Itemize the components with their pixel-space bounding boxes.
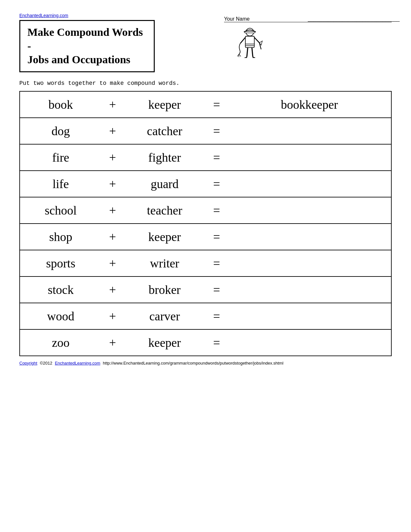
enchanted-learning-link[interactable]: EnchantedLearning.com <box>19 13 68 18</box>
svg-rect-1 <box>245 31 255 33</box>
page-header: EnchantedLearning.com Make Compound Word… <box>19 13 392 72</box>
answer-cell <box>228 250 391 276</box>
table-row: life+guard= <box>20 171 391 197</box>
answer-cell <box>228 276 391 303</box>
word1-cell: stock <box>20 276 102 303</box>
answer-cell <box>228 144 391 171</box>
plus-cell: + <box>102 224 124 250</box>
word1-cell: fire <box>20 144 102 171</box>
table-row: zoo+keeper= <box>20 329 391 356</box>
plus-cell: + <box>102 91 124 118</box>
table-row: book+keeper=bookkeeper <box>20 91 391 118</box>
table-row: sports+writer= <box>20 250 391 276</box>
footer-enchanted-link[interactable]: EnchantedLearning.com <box>55 361 100 366</box>
table-row: shop+keeper= <box>20 224 391 250</box>
equals-cell: = <box>205 224 228 250</box>
word1-cell: zoo <box>20 329 102 356</box>
instructions-text: Put two words together to make compound … <box>19 80 392 86</box>
answer-cell: bookkeeper <box>228 91 391 118</box>
word2-cell: guard <box>124 171 206 197</box>
footer: Copyright ©2012 EnchantedLearning.com ht… <box>19 361 392 366</box>
equals-cell: = <box>205 303 228 329</box>
equals-cell: = <box>205 197 228 224</box>
answer-cell <box>228 118 391 144</box>
word1-cell: wood <box>20 303 102 329</box>
word2-cell: keeper <box>124 329 206 356</box>
plus-cell: + <box>102 303 124 329</box>
equals-cell: = <box>205 91 228 118</box>
svg-line-7 <box>247 47 248 57</box>
table-row: dog+catcher= <box>20 118 391 144</box>
word1-cell: shop <box>20 224 102 250</box>
svg-line-5 <box>254 37 259 43</box>
word2-cell: broker <box>124 276 206 303</box>
word2-cell: fighter <box>124 144 206 171</box>
equals-cell: = <box>205 250 228 276</box>
plus-cell: + <box>102 250 124 276</box>
table-row: school+teacher= <box>20 197 391 224</box>
svg-line-4 <box>240 37 245 43</box>
word1-cell: sports <box>20 250 102 276</box>
word2-cell: keeper <box>124 224 206 250</box>
answer-cell <box>228 197 391 224</box>
compound-words-table: book+keeper=bookkeeperdog+catcher=fire+f… <box>19 91 392 356</box>
equals-cell: = <box>205 144 228 171</box>
table-row: wood+carver= <box>20 303 391 329</box>
answer-cell <box>228 224 391 250</box>
answer-cell <box>228 329 391 356</box>
equals-cell: = <box>205 276 228 303</box>
equals-cell: = <box>205 171 228 197</box>
word1-cell: school <box>20 197 102 224</box>
title-box: Make Compound Words - Jobs and Occupatio… <box>19 20 155 72</box>
plus-cell: + <box>102 118 124 144</box>
footer-copyright-link[interactable]: Copyright <box>19 361 37 366</box>
plus-cell: + <box>102 197 124 224</box>
word2-cell: keeper <box>124 91 206 118</box>
answer-cell <box>228 171 391 197</box>
plus-cell: + <box>102 329 124 356</box>
word1-cell: life <box>20 171 102 197</box>
equals-cell: = <box>205 329 228 356</box>
footer-url: http://www.EnchantedLearning.com/grammar… <box>103 361 283 366</box>
left-header: EnchantedLearning.com Make Compound Word… <box>19 13 155 72</box>
word1-cell: dog <box>20 118 102 144</box>
word2-cell: carver <box>124 303 206 329</box>
footer-year: ©2012 <box>40 361 53 366</box>
your-name-label: Your Name_______________________________… <box>224 16 392 22</box>
table-row: fire+fighter= <box>20 144 391 171</box>
word2-cell: catcher <box>124 118 206 144</box>
svg-rect-3 <box>245 44 254 46</box>
plus-cell: + <box>102 144 124 171</box>
page-title: Make Compound Words - Jobs and Occupatio… <box>27 25 147 67</box>
word2-cell: writer <box>124 250 206 276</box>
plus-cell: + <box>102 171 124 197</box>
table-row: stock+broker= <box>20 276 391 303</box>
word2-cell: teacher <box>124 197 206 224</box>
answer-cell <box>228 303 391 329</box>
word1-cell: book <box>20 91 102 118</box>
firefighter-illustration <box>234 25 266 64</box>
svg-line-8 <box>252 47 253 57</box>
right-header: Your Name_______________________________… <box>224 13 392 64</box>
plus-cell: + <box>102 276 124 303</box>
equals-cell: = <box>205 118 228 144</box>
